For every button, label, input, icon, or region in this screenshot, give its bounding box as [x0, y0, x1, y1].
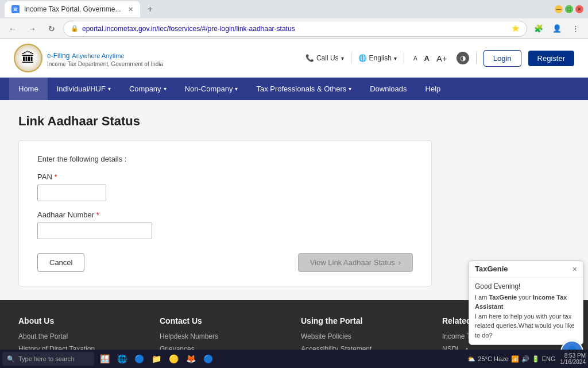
divider2 — [404, 52, 404, 64]
aadhaar-form-group: Aadhaar Number * — [37, 210, 413, 239]
network-icon: 📶 — [511, 355, 519, 363]
search-icon: 🔍 — [7, 355, 15, 363]
nav-help[interactable]: Help — [416, 78, 450, 100]
logo-title: e-FilingAnywhere Anytime — [47, 49, 163, 61]
browser-actions: 🧩 👤 ⋮ — [531, 21, 583, 37]
arrow-icon: › — [399, 258, 401, 267]
close-button[interactable]: ✕ — [575, 5, 583, 13]
chatbot-name: TaxGenie — [475, 264, 508, 273]
profile-button[interactable]: 👤 — [549, 21, 565, 37]
reload-button[interactable]: ↻ — [44, 21, 60, 37]
taskbar-app6[interactable]: 🔵 — [200, 351, 216, 367]
nav-home[interactable]: Home — [9, 78, 48, 100]
footer-link[interactable]: Helpdesk Numbers — [160, 332, 287, 340]
footer-link[interactable]: Website Policies — [301, 332, 428, 340]
main-nav: Home Individual/HUF ▾ Company ▾ Non-Comp… — [0, 78, 588, 100]
view-status-button[interactable]: View Link Aadhaar Status › — [298, 253, 413, 272]
aadhaar-required: * — [96, 210, 99, 219]
extensions-button[interactable]: 🧩 — [531, 21, 547, 37]
logo-emblem: 🏛 — [14, 44, 42, 72]
nav-company[interactable]: Company ▾ — [120, 78, 176, 100]
taskbar-icons: ⛅ 25°C Haze 📶 🔊 🔋 ENG — [467, 355, 555, 363]
taskbar: 🔍 Type here to search 🪟 🌐 🔵 📁 🟡 🦊 🔵 ⛅ 25… — [0, 350, 588, 368]
forward-button[interactable]: → — [24, 21, 40, 37]
lang-chevron-icon: ▾ — [394, 55, 397, 62]
chevron-icon: ▾ — [164, 86, 167, 92]
taskbar-apps: 🪟 🌐 🔵 📁 🟡 🦊 🔵 — [96, 351, 216, 367]
logo-text: e-FilingAnywhere Anytime Income Tax Depa… — [47, 49, 163, 67]
cancel-button[interactable]: Cancel — [37, 253, 84, 272]
font-small-button[interactable]: A — [411, 54, 420, 63]
language-selector[interactable]: 🌐 English ▾ — [358, 54, 397, 62]
pan-input[interactable] — [37, 185, 106, 201]
nav-tax-professionals[interactable]: Tax Professionals & Others ▾ — [247, 78, 361, 100]
maximize-button[interactable]: □ — [565, 5, 573, 13]
back-button[interactable]: ← — [5, 21, 21, 37]
browser-titlebar: 🏛 Income Tax Portal, Governme... ✕ + — □… — [0, 0, 588, 18]
taskbar-browser-app[interactable]: 🌐 — [114, 351, 130, 367]
nav-downloads[interactable]: Downloads — [361, 78, 416, 100]
chatbot-popup: TaxGenie × Good Evening! I am TaxGenie y… — [469, 260, 583, 346]
tab-title: Income Tax Portal, Governme... — [24, 5, 121, 13]
language-indicator: ENG — [542, 355, 556, 362]
window-controls: — □ ✕ — [555, 5, 583, 13]
call-us[interactable]: 📞 Call Us ▾ — [305, 54, 344, 62]
tab-close-button[interactable]: ✕ — [128, 6, 133, 13]
address-bar[interactable]: 🔒 eportal.incometax.gov.in/iec/foservice… — [63, 21, 527, 37]
site-header: 🏛 e-FilingAnywhere Anytime Income Tax De… — [0, 39, 588, 78]
volume-icon: 🔊 — [521, 355, 529, 363]
chatbot-close-button[interactable]: × — [572, 264, 577, 274]
chatbot-message-intro: I am TaxGenie your Income Tax Assistant — [475, 293, 577, 312]
taskbar-edge-app[interactable]: 🔵 — [131, 351, 147, 367]
aadhaar-input[interactable] — [37, 223, 152, 239]
form-card: Enter the following details : PAN * Aadh… — [18, 140, 432, 286]
font-large-button[interactable]: A+ — [434, 52, 450, 64]
form-actions: Cancel View Link Aadhaar Status › — [37, 253, 413, 272]
nav-individual[interactable]: Individual/HUF ▾ — [48, 78, 120, 100]
address-text: eportal.incometax.gov.in/iec/foservices/… — [82, 25, 508, 33]
new-tab-button[interactable]: + — [142, 1, 158, 17]
taskbar-files-app[interactable]: 📁 — [148, 351, 164, 367]
chatbot-greeting: Good Evening! — [475, 282, 577, 290]
tab-favicon: 🏛 — [11, 5, 20, 13]
logo-subtitle: Income Tax Department, Government of Ind… — [47, 61, 163, 67]
taskbar-firefox-app[interactable]: 🦊 — [183, 351, 199, 367]
contrast-button[interactable]: ◑ — [457, 52, 469, 64]
font-controls: A A A+ — [411, 52, 450, 64]
taskbar-search[interactable]: 🔍 Type here to search — [2, 352, 94, 366]
login-button[interactable]: Login — [483, 50, 521, 67]
globe-icon: 🌐 — [358, 54, 367, 62]
chatbot-header: TaxGenie × — [469, 261, 583, 278]
footer-about-title: About Us — [18, 316, 146, 325]
taskbar-chrome-app[interactable]: 🟡 — [165, 351, 181, 367]
weather-icon: ⛅ — [467, 355, 475, 363]
weather-text: 25°C Haze — [478, 355, 508, 362]
utility-right: 📞 Call Us ▾ 🌐 English ▾ A A A+ ◑ Login R… — [305, 50, 574, 67]
footer-portal-title: Using the Portal — [301, 316, 428, 325]
footer-link[interactable]: About the Portal — [18, 332, 146, 340]
browser-toolbar: ← → ↻ 🔒 eportal.incometax.gov.in/iec/fos… — [0, 18, 588, 39]
taskbar-windows-button[interactable]: 🪟 — [96, 351, 113, 367]
form-description: Enter the following details : — [37, 155, 413, 163]
divider3 — [476, 52, 477, 64]
pan-form-group: PAN * — [37, 172, 413, 201]
chevron-icon: ▾ — [235, 86, 238, 92]
chatbot-body: Good Evening! I am TaxGenie your Income … — [469, 278, 583, 345]
taskbar-time: 8:53 PM 1/16/2024 — [560, 352, 586, 365]
phone-icon: 📞 — [305, 54, 314, 62]
register-button[interactable]: Register — [528, 51, 574, 66]
battery-icon: 🔋 — [532, 355, 540, 363]
menu-button[interactable]: ⋮ — [567, 21, 583, 37]
aadhaar-label: Aadhaar Number * — [37, 210, 413, 219]
minimize-button[interactable]: — — [555, 5, 563, 13]
font-medium-button[interactable]: A — [422, 53, 432, 64]
taskbar-search-text: Type here to search — [18, 355, 74, 362]
browser-tab[interactable]: 🏛 Income Tax Portal, Governme... ✕ — [5, 1, 140, 17]
pan-required: * — [54, 172, 57, 181]
nav-non-company[interactable]: Non-Company ▾ — [176, 78, 247, 100]
call-chevron-icon: ▾ — [341, 55, 344, 62]
browser-chrome: 🏛 Income Tax Portal, Governme... ✕ + — □… — [0, 0, 588, 39]
taskbar-right: ⛅ 25°C Haze 📶 🔊 🔋 ENG 8:53 PM 1/16/2024 — [467, 352, 586, 365]
chatbot-message-body: I am here to help you with your tax rela… — [475, 312, 577, 340]
logo-area: 🏛 e-FilingAnywhere Anytime Income Tax De… — [14, 44, 163, 72]
